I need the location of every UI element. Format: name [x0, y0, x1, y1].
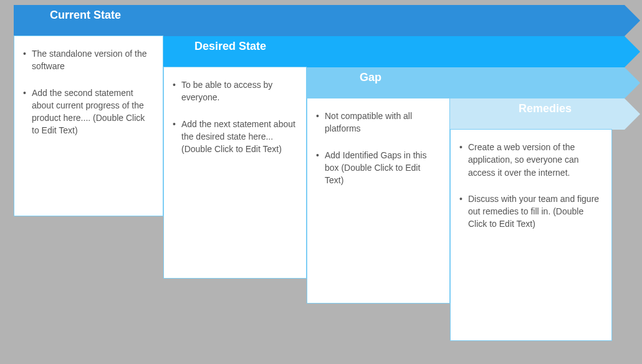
arrow-band-current-state: Current State [14, 5, 625, 36]
section-title-current-state: Current State [50, 9, 121, 22]
list-item[interactable]: Add Identified Gaps in this box (Double … [316, 149, 441, 187]
item-list: Create a web version of the application,… [459, 141, 603, 231]
content-box-remedies[interactable]: Create a web version of the application,… [450, 129, 612, 341]
item-list: Not compatible with all platforms Add Id… [316, 110, 441, 186]
list-item[interactable]: Discuss with your team and figure out re… [459, 193, 603, 231]
content-box-gap[interactable]: Not compatible with all platforms Add Id… [307, 98, 450, 304]
content-box-current-state[interactable]: The standalone version of the software A… [14, 36, 163, 216]
list-item[interactable]: Add the next statement about the desired… [173, 118, 297, 156]
list-item[interactable]: Add the second statement about current p… [23, 87, 154, 137]
list-item[interactable]: The standalone version of the software [23, 47, 154, 73]
content-box-desired-state[interactable]: To be able to access by everyone. Add th… [163, 67, 307, 279]
item-list: To be able to access by everyone. Add th… [173, 79, 297, 155]
list-item[interactable]: To be able to access by everyone. [173, 79, 297, 104]
section-title-remedies: Remedies [519, 102, 572, 115]
item-list: The standalone version of the software A… [23, 47, 154, 137]
list-item[interactable]: Create a web version of the application,… [459, 141, 603, 179]
section-title-desired-state: Desired State [194, 40, 266, 53]
section-title-gap: Gap [360, 71, 381, 84]
list-item[interactable]: Not compatible with all platforms [316, 110, 441, 135]
